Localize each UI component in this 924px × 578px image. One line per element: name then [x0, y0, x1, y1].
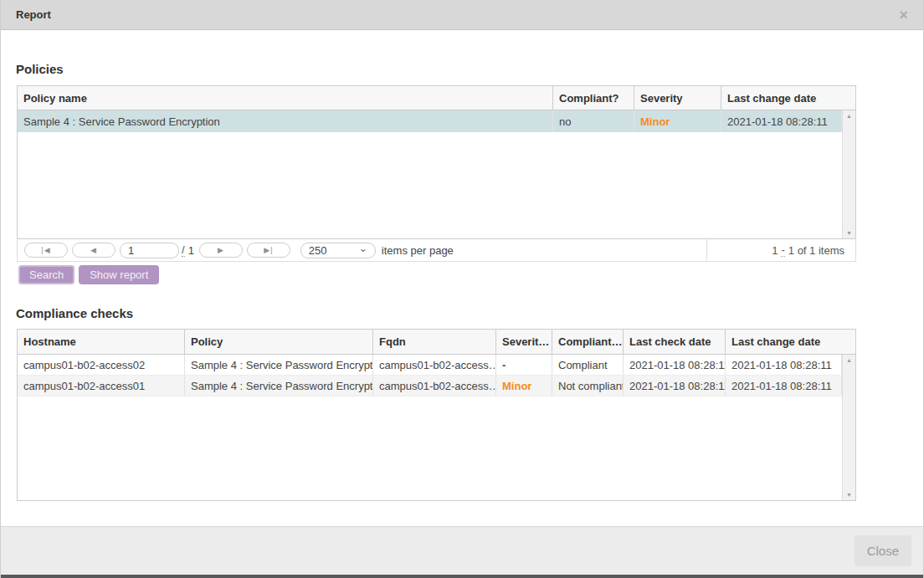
- scroll-up-icon[interactable]: ▲: [846, 357, 852, 363]
- report-dialog: Report × Policies Policy name Compliant?…: [0, 0, 924, 578]
- fqdn-cell: campus01-b02-access…: [373, 376, 496, 396]
- compliant-cell: Compliant: [552, 355, 624, 375]
- column-header-compliant[interactable]: Compliant?: [553, 86, 634, 110]
- last-change-date-cell: 2021-01-18 08:28:11: [726, 355, 842, 375]
- first-page-button[interactable]: |◀: [24, 243, 68, 258]
- dialog-header: Report ×: [1, 0, 923, 30]
- policies-pagination: |◀ ◀ / 1 ▶ ▶| 250 ⌄ items per page 1 - 1…: [17, 239, 856, 262]
- compliant-cell: no: [553, 110, 634, 132]
- compliance-table: Hostname Policy Fqdn Severit… Compliant……: [17, 329, 856, 501]
- range-end: 1 of 1 items: [788, 244, 844, 257]
- compliance-table-header: Hostname Policy Fqdn Severit… Compliant……: [18, 330, 855, 355]
- previous-page-button[interactable]: ◀: [72, 243, 116, 258]
- chevron-down-icon: ⌄: [359, 243, 367, 254]
- policies-table: Policy name Compliant? Severity Last cha…: [17, 85, 856, 239]
- page-number-input[interactable]: [120, 243, 179, 258]
- page-range-label: 1 - 1 of 1 items: [706, 239, 855, 261]
- last-check-date-cell: 2021-01-18 08:28:11: [624, 376, 726, 396]
- close-button[interactable]: Close: [855, 535, 911, 566]
- last-change-date-cell: 2021-01-18 08:28:11: [726, 376, 842, 396]
- policies-table-body: Sample 4 : Service Password Encryption n…: [18, 110, 855, 238]
- bottom-bar: [1, 575, 923, 578]
- column-header-last-change-date[interactable]: Last change date: [721, 86, 855, 110]
- policies-actions: Search Show report: [18, 265, 923, 284]
- table-row[interactable]: campus01-b02-access01 Sample 4 : Service…: [18, 376, 842, 396]
- policy-cell: Sample 4 : Service Password Encrypt…: [185, 355, 373, 375]
- vertical-scrollbar[interactable]: ▲ ▼: [842, 110, 855, 238]
- last-check-date-cell: 2021-01-18 08:28:11: [624, 355, 726, 375]
- column-header-fqdn[interactable]: Fqdn: [373, 330, 496, 354]
- severity-cell: Minor: [634, 110, 721, 132]
- column-header-last-check-date[interactable]: Last check date: [624, 330, 726, 354]
- column-header-last-change-date[interactable]: Last change date: [726, 330, 855, 354]
- hostname-cell: campus01-b02-access01: [18, 376, 185, 396]
- last-page-button[interactable]: ▶|: [247, 243, 290, 258]
- total-pages-label: 1: [188, 244, 194, 257]
- policy-name-cell: Sample 4 : Service Password Encryption: [18, 110, 553, 132]
- fqdn-cell: campus01-b02-access…: [373, 355, 496, 375]
- page-separator: /: [182, 243, 185, 257]
- table-row[interactable]: Sample 4 : Service Password Encryption n…: [18, 110, 842, 132]
- policies-table-header: Policy name Compliant? Severity Last cha…: [18, 86, 855, 110]
- column-header-compliant[interactable]: Compliant…: [552, 330, 624, 354]
- show-report-button[interactable]: Show report: [79, 265, 159, 284]
- compliance-heading: Compliance checks: [1, 306, 923, 320]
- column-header-policy-name[interactable]: Policy name: [18, 86, 553, 110]
- hostname-cell: campus01-b02-access02: [18, 355, 185, 375]
- page-size-select[interactable]: 250 ⌄: [300, 243, 376, 258]
- page-size-value: 250: [309, 244, 327, 257]
- scroll-down-icon[interactable]: ▼: [846, 230, 852, 236]
- range-start: 1: [772, 244, 778, 257]
- table-row[interactable]: campus01-b02-access02 Sample 4 : Service…: [18, 355, 842, 376]
- severity-cell: Minor: [496, 376, 552, 396]
- items-per-page-label: items per page: [382, 244, 454, 257]
- compliance-table-body: campus01-b02-access02 Sample 4 : Service…: [18, 355, 855, 500]
- dialog-title: Report: [16, 8, 51, 21]
- policy-cell: Sample 4 : Service Password Encrypt…: [185, 376, 373, 396]
- close-icon[interactable]: ×: [899, 8, 908, 23]
- dialog-footer: Close: [1, 526, 923, 575]
- column-header-severity[interactable]: Severit…: [496, 330, 552, 354]
- next-page-button[interactable]: ▶: [199, 243, 243, 258]
- compliant-cell: Not compliant: [552, 376, 624, 396]
- column-header-severity[interactable]: Severity: [634, 86, 721, 110]
- search-button[interactable]: Search: [18, 265, 74, 284]
- vertical-scrollbar[interactable]: ▲ ▼: [842, 355, 855, 500]
- scroll-up-icon[interactable]: ▲: [846, 113, 852, 119]
- severity-cell: -: [496, 355, 552, 375]
- scroll-down-icon[interactable]: ▼: [846, 492, 852, 498]
- column-header-policy[interactable]: Policy: [185, 330, 373, 354]
- range-dash: -: [781, 243, 784, 257]
- last-change-date-cell: 2021-01-18 08:28:11: [721, 110, 842, 132]
- policies-heading: Policies: [1, 62, 923, 76]
- column-header-hostname[interactable]: Hostname: [18, 330, 185, 354]
